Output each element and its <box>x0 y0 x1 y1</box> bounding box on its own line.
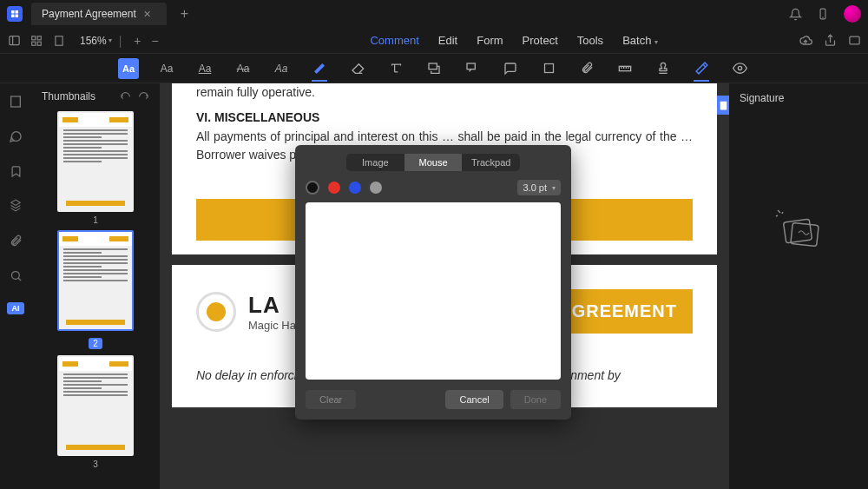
stroke-width-select[interactable]: 3.0 pt ▾ <box>517 180 561 195</box>
color-swatch-black[interactable] <box>306 181 319 195</box>
done-button[interactable]: Done <box>510 390 561 409</box>
color-swatch-blue[interactable] <box>349 182 361 194</box>
modal-tab-image[interactable]: Image <box>346 154 404 171</box>
signature-modal: Image Mouse Trackpad 3.0 pt ▾ Clear Canc… <box>295 145 571 420</box>
color-swatch-red[interactable] <box>328 182 340 194</box>
clear-button[interactable]: Clear <box>306 390 356 409</box>
chevron-down-icon: ▾ <box>552 184 556 192</box>
signature-modal-tabs: Image Mouse Trackpad <box>346 154 520 171</box>
cancel-button[interactable]: Cancel <box>445 390 503 409</box>
signature-canvas[interactable] <box>306 202 561 380</box>
modal-tab-trackpad[interactable]: Trackpad <box>462 154 520 171</box>
color-swatch-gray[interactable] <box>370 182 382 194</box>
modal-overlay: Image Mouse Trackpad 3.0 pt ▾ Clear Canc… <box>0 0 868 489</box>
modal-tab-mouse[interactable]: Mouse <box>404 154 463 171</box>
